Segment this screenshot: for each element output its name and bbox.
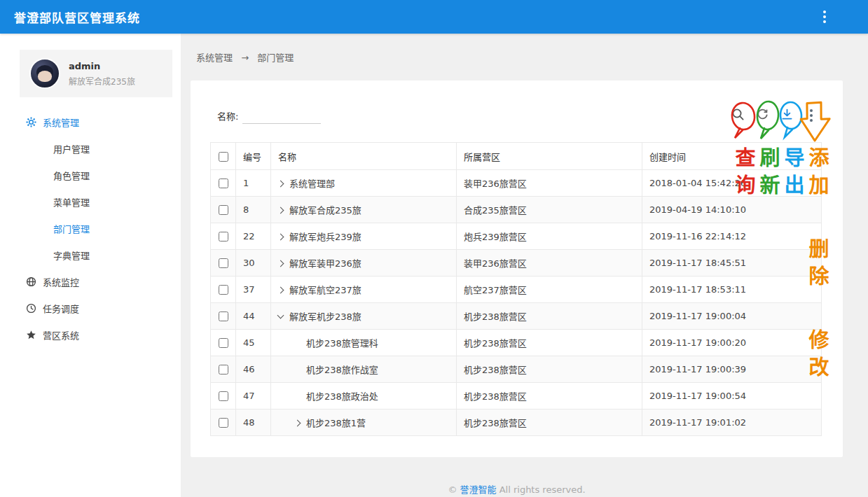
cell-time: 2019-11-17 18:53:11 bbox=[642, 276, 822, 303]
rights-text: All rights reserved. bbox=[500, 484, 586, 495]
table-row: 47 机步238旅政治处 机步238旅营区 2019-11-17 19:00:5… bbox=[211, 383, 822, 410]
avatar bbox=[29, 58, 60, 89]
sidebar-subitem-label: 角色管理 bbox=[53, 169, 90, 182]
row-select-cell bbox=[211, 410, 236, 436]
expand-icon[interactable] bbox=[277, 287, 284, 294]
table-row: 45 机步238旅管理科 机步238旅营区 2019-11-17 19:00:2… bbox=[211, 330, 822, 356]
cell-camp: 装甲236旅营区 bbox=[457, 250, 642, 276]
sidebar-menu: 系统管理 用户管理 角色管理 菜单管理 部门管理 字典管理 bbox=[0, 108, 181, 348]
expand-icon[interactable] bbox=[294, 420, 301, 427]
row-select-cell bbox=[211, 170, 236, 197]
cell-time: 2019-11-17 19:00:54 bbox=[642, 383, 822, 410]
column-header-time: 创建时间 bbox=[642, 143, 822, 170]
table-row: 48 机步238旅1营 机步238旅营区 2019-11-17 19:01:02 bbox=[211, 410, 822, 436]
topbar-kebab-menu-icon[interactable] bbox=[818, 10, 832, 24]
table-row: 37 解放军航空237旅 航空237旅营区 2019-11-17 18:53:1… bbox=[211, 276, 822, 303]
expand-icon[interactable] bbox=[277, 260, 284, 267]
expand-icon[interactable] bbox=[277, 234, 284, 241]
row-checkbox[interactable] bbox=[219, 338, 228, 348]
user-card: admin 解放军合成235旅 bbox=[20, 50, 172, 97]
footer: © 誉澄智能 All rights reserved. bbox=[191, 482, 843, 496]
sidebar-item-system-monitor[interactable]: 系统监控 bbox=[0, 268, 181, 295]
star-icon bbox=[25, 329, 36, 340]
sidebar-subitem-label: 菜单管理 bbox=[53, 195, 90, 209]
row-checkbox[interactable] bbox=[219, 285, 228, 295]
row-checkbox[interactable] bbox=[219, 391, 228, 401]
row-select-cell bbox=[211, 250, 236, 276]
refresh-icon bbox=[756, 108, 769, 123]
sidebar-item-system-management[interactable]: 系统管理 bbox=[0, 108, 181, 135]
table-row: 30 解放军装甲236旅 装甲236旅营区 2019-11-17 18:45:5… bbox=[211, 250, 822, 276]
department-name: 机步238旅政治处 bbox=[306, 391, 378, 402]
sidebar-submenu: 用户管理 角色管理 菜单管理 部门管理 字典管理 bbox=[0, 135, 181, 268]
sidebar-item-user-management[interactable]: 用户管理 bbox=[0, 135, 181, 162]
row-checkbox[interactable] bbox=[219, 258, 228, 268]
department-name: 解放军炮兵239旅 bbox=[289, 232, 361, 242]
breadcrumb-parent[interactable]: 系统管理 bbox=[196, 52, 233, 63]
cell-camp: 航空237旅营区 bbox=[457, 276, 642, 303]
user-name: admin bbox=[69, 61, 135, 71]
table-row: 22 解放军炮兵239旅 炮兵239旅营区 2019-11-16 22:14:1… bbox=[211, 223, 822, 250]
query-button[interactable] bbox=[727, 105, 748, 126]
sidebar-item-department-management[interactable]: 部门管理 bbox=[0, 215, 181, 241]
export-button[interactable] bbox=[776, 105, 797, 126]
name-filter-label: 名称: bbox=[217, 109, 238, 122]
column-header-id: 编号 bbox=[236, 143, 271, 170]
sidebar-item-camp-system[interactable]: 营区系统 bbox=[0, 321, 181, 348]
name-filter-input[interactable] bbox=[242, 107, 321, 124]
user-department: 解放军合成235旅 bbox=[69, 75, 135, 87]
sidebar-item-task-scheduler[interactable]: 任务调度 bbox=[0, 295, 181, 321]
copyright-symbol: © bbox=[448, 484, 457, 495]
cell-time: 2019-11-17 19:00:20 bbox=[642, 330, 822, 356]
breadcrumb-separator: → bbox=[241, 52, 249, 63]
expand-icon[interactable] bbox=[277, 181, 284, 188]
cell-name: 机步238旅1营 bbox=[271, 410, 457, 436]
cell-id: 48 bbox=[236, 410, 271, 436]
gear-icon bbox=[25, 116, 36, 127]
cell-camp: 炮兵239旅营区 bbox=[457, 223, 642, 250]
sidebar-item-label: 系统监控 bbox=[43, 275, 79, 288]
row-checkbox[interactable] bbox=[219, 178, 228, 188]
refresh-button[interactable] bbox=[752, 105, 773, 126]
sidebar: admin 解放军合成235旅 系统管理 bbox=[0, 34, 181, 497]
cell-id: 44 bbox=[236, 303, 271, 330]
cell-name: 解放军航空237旅 bbox=[271, 276, 457, 303]
sidebar-item-label: 系统管理 bbox=[43, 115, 79, 129]
select-all-cell bbox=[211, 143, 236, 170]
department-name: 系统管理部 bbox=[289, 178, 335, 189]
cell-time: 2019-11-17 19:01:02 bbox=[642, 410, 822, 436]
cell-id: 22 bbox=[236, 223, 271, 250]
cell-time: 2019-04-19 14:10:10 bbox=[642, 197, 822, 223]
expand-icon[interactable] bbox=[277, 207, 284, 214]
main-content: 系统管理 → 部门管理 名称: bbox=[181, 34, 868, 497]
table-header-row: 编号 名称 所属营区 创建时间 bbox=[211, 143, 822, 170]
department-name: 机步238旅1营 bbox=[306, 418, 366, 428]
cell-id: 37 bbox=[236, 276, 271, 303]
cell-camp: 机步238旅营区 bbox=[457, 356, 642, 383]
row-checkbox[interactable] bbox=[219, 418, 228, 428]
breadcrumb: 系统管理 → 部门管理 bbox=[191, 50, 843, 64]
brand-link[interactable]: 誉澄智能 bbox=[460, 484, 497, 495]
filter-form: 名称: bbox=[217, 107, 321, 124]
row-select-cell bbox=[211, 383, 236, 410]
sidebar-item-dictionary-management[interactable]: 字典管理 bbox=[0, 241, 181, 268]
sidebar-item-menu-management[interactable]: 菜单管理 bbox=[0, 188, 181, 215]
row-checkbox[interactable] bbox=[219, 232, 228, 241]
kebab-menu-icon bbox=[810, 109, 813, 122]
sidebar-item-role-management[interactable]: 角色管理 bbox=[0, 162, 181, 188]
department-name: 解放军航空237旅 bbox=[289, 285, 361, 295]
cell-name: 系统管理部 bbox=[271, 170, 457, 197]
row-select-cell bbox=[211, 197, 236, 223]
collapse-icon[interactable] bbox=[277, 312, 284, 319]
cell-name: 解放军炮兵239旅 bbox=[271, 223, 457, 250]
row-checkbox[interactable] bbox=[219, 365, 228, 374]
row-checkbox[interactable] bbox=[219, 205, 228, 215]
row-select-cell bbox=[211, 356, 236, 383]
cell-id: 30 bbox=[236, 250, 271, 276]
cell-camp: 机步238旅营区 bbox=[457, 330, 642, 356]
clock-icon bbox=[25, 302, 36, 314]
row-select-cell bbox=[211, 276, 236, 303]
more-actions-button[interactable] bbox=[801, 105, 822, 126]
select-all-checkbox[interactable] bbox=[219, 152, 228, 162]
row-checkbox[interactable] bbox=[219, 312, 228, 321]
